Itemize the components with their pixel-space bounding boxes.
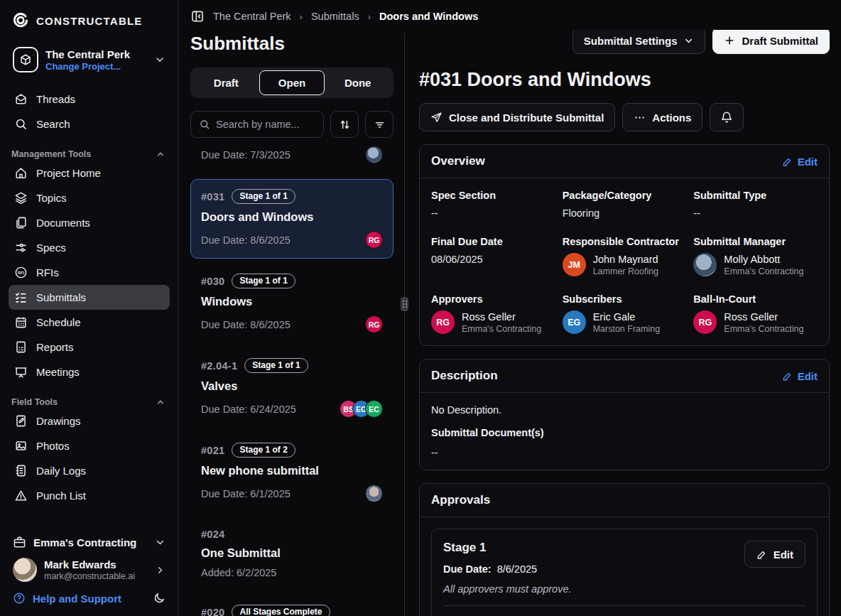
description-edit-button[interactable]: Edit — [782, 370, 818, 382]
approvals-card: Approvals Stage 1 Due Date:8/6/2025 All … — [419, 483, 830, 616]
change-project-link[interactable]: Change Project... — [45, 61, 147, 72]
edit-label: Edit — [798, 156, 818, 168]
company-name: Emma's Contracting — [33, 536, 148, 549]
sidebar-item-photos[interactable]: Photos — [9, 433, 170, 458]
sidebar-item-topics[interactable]: Topics — [9, 185, 170, 210]
detail-action-buttons: Close and Distribute Submittal Actions — [419, 103, 830, 131]
sidebar: CONSTRUCTABLE The Central Perk Change Pr… — [0, 0, 179, 616]
filter-button[interactable] — [365, 111, 394, 138]
constructable-logo-icon — [11, 11, 30, 30]
company-switcher[interactable]: Emma's Contracting — [9, 530, 170, 555]
sidebar-item-reports[interactable]: Reports — [9, 335, 170, 360]
sidebar-item-drawings[interactable]: Drawings — [9, 409, 170, 433]
due-date: Due Date: 6/24/2025 — [201, 404, 296, 415]
moon-icon[interactable] — [153, 592, 166, 605]
list-item-020[interactable]: #020 All Stages Complete — [190, 595, 394, 616]
section-management-tools[interactable]: Management Tools — [9, 146, 170, 161]
avatar: RG — [693, 310, 717, 334]
tab-draft[interactable]: Draft — [193, 70, 259, 95]
sidebar-item-meetings[interactable]: Meetings — [9, 360, 170, 384]
field-label: Responsible Contractor — [563, 236, 687, 247]
user-menu[interactable]: Mark Edwards mark@constructable.ai — [9, 555, 170, 588]
sidebar-item-submittals[interactable]: Submittals — [9, 285, 170, 310]
submittal-settings-button[interactable]: Submittal Settings — [573, 30, 706, 54]
sidebar-item-label: Project Home — [36, 167, 101, 179]
submittals-list-panel: Submittals Draft Open Done — [179, 30, 404, 616]
search-icon — [199, 119, 210, 130]
breadcrumb-separator: › — [368, 11, 371, 22]
submittal-number: #030 — [201, 276, 224, 287]
due-label: Due Date: — [443, 563, 492, 575]
due-date: Due Date: 7/3/2025 — [201, 149, 291, 161]
sidebar-item-documents[interactable]: Documents — [9, 210, 170, 235]
sliders-icon — [14, 241, 28, 254]
person-company: Lammer Roofing — [593, 266, 658, 276]
person-company: Marston Framing — [593, 324, 660, 334]
sidebar-item-schedule[interactable]: Schedule — [9, 310, 170, 335]
overview-edit-button[interactable]: Edit — [782, 156, 818, 168]
report-file-icon — [14, 340, 28, 354]
sidebar-item-search[interactable]: Search — [9, 112, 170, 136]
svg-text:RFI: RFI — [18, 271, 24, 275]
sort-button[interactable] — [330, 111, 359, 138]
stage-badge: Stage 1 of 1 — [232, 274, 295, 288]
due-date: Due Date: 6/1/2025 — [201, 488, 291, 499]
collapse-sidebar-icon[interactable] — [190, 9, 205, 23]
search-input[interactable] — [216, 119, 315, 130]
sidebar-item-project-home[interactable]: Project Home — [9, 161, 170, 185]
sidebar-item-rfis[interactable]: RFI RFIs — [9, 260, 170, 285]
page-title: Submittals — [190, 33, 394, 55]
panel-resize-handle[interactable] — [401, 297, 408, 311]
breadcrumb-submittals[interactable]: Submittals — [311, 11, 359, 22]
user-name: Mark Edwards — [44, 558, 148, 571]
section-field-tools[interactable]: Field Tools — [9, 394, 170, 409]
avatar: RG — [365, 231, 383, 249]
list-toolbar — [190, 111, 394, 138]
sidebar-item-threads[interactable]: Threads — [9, 87, 170, 112]
field-submittal-manager: Submittal Manager Molly Abbott Emma's Co… — [693, 236, 818, 276]
project-name: The Central Perk — [45, 48, 147, 60]
stage-1-card: Stage 1 Due Date:8/6/2025 All approvers … — [431, 529, 818, 616]
notifications-button[interactable] — [710, 103, 744, 131]
sidebar-item-label: Documents — [36, 217, 90, 229]
tab-done[interactable]: Done — [325, 70, 391, 95]
sidebar-item-label: Schedule — [36, 316, 81, 328]
list-item-2041[interactable]: #2.04-1 Stage 1 of 1 Valves Due Date: 6/… — [190, 348, 394, 428]
sidebar-item-specs[interactable]: Specs — [9, 235, 170, 260]
description-card: Description Edit No Description. Submitt… — [419, 359, 830, 470]
person-name: Molly Abbott — [724, 254, 803, 265]
list-item-031[interactable]: #031 Stage 1 of 1 Doors and Windows Due … — [190, 179, 394, 259]
draft-submittal-button[interactable]: Draft Submittal — [712, 30, 830, 54]
tab-open[interactable]: Open — [259, 70, 325, 95]
field-package-category: Package/Category Flooring — [563, 190, 687, 219]
avatar: EG — [563, 310, 586, 334]
breadcrumb-project[interactable]: The Central Perk — [213, 11, 291, 22]
sidebar-item-label: Threads — [36, 93, 75, 105]
project-cube-icon — [13, 47, 38, 72]
stage-edit-button[interactable]: Edit — [744, 541, 805, 568]
rfi-badge-icon: RFI — [14, 266, 28, 279]
chevron-down-icon — [154, 54, 166, 65]
list-item-partial[interactable]: Due Date: 7/3/2025 — [190, 141, 394, 173]
list-item-024[interactable]: #024 One Submittal Added: 6/2/2025 — [190, 519, 394, 588]
list-item-021[interactable]: #021 Stage 1 of 2 New phone submittal Du… — [190, 433, 394, 512]
field-label: Submittal Manager — [693, 236, 818, 247]
avatar: RG — [431, 310, 455, 334]
sidebar-item-label: Drawings — [36, 415, 81, 427]
help-and-support[interactable]: Help and Support — [9, 588, 170, 609]
list-item-030[interactable]: #030 Stage 1 of 1 Windows Due Date: 8/6/… — [190, 264, 394, 343]
search-box — [190, 111, 324, 138]
draft-submittal-label: Draft Submittal — [742, 35, 818, 47]
stage-badge: Stage 1 of 1 — [232, 189, 295, 204]
actions-button[interactable]: Actions — [622, 103, 702, 131]
project-switcher[interactable]: The Central Perk Change Project... — [9, 43, 170, 77]
submittal-number: #024 — [201, 529, 224, 540]
presentation-icon — [14, 365, 28, 379]
field-label: Package/Category — [563, 190, 687, 201]
sidebar-item-daily-logs[interactable]: Daily Logs — [9, 458, 170, 483]
sidebar-item-punch-list[interactable]: Punch List — [9, 483, 170, 508]
field-label: Subscribers — [563, 293, 687, 305]
section-label: Management Tools — [11, 149, 91, 159]
close-distribute-button[interactable]: Close and Distribute Submittal — [419, 103, 615, 131]
layers-icon — [14, 191, 28, 205]
